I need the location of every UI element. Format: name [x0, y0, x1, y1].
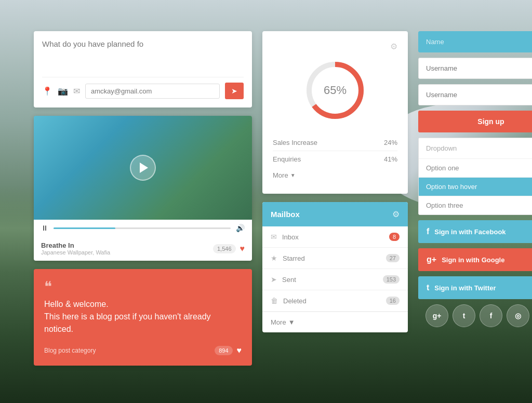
blog-meta: 894 ♥ [215, 346, 242, 355]
column-3: Sign up Dropdown ▾ Option one Option two… [418, 31, 532, 327]
mailbox-more-button[interactable]: More ▼ [262, 312, 408, 332]
twitter-icon: t [427, 283, 429, 292]
sent-icon: ➤ [271, 275, 277, 284]
dropdown-header[interactable]: Dropdown ▾ [419, 138, 532, 158]
name-input[interactable] [418, 31, 532, 52]
starred-badge: 27 [386, 254, 400, 262]
social-circle-twitter[interactable]: t [453, 304, 475, 327]
google-icon: g+ [427, 255, 436, 264]
blog-text: Hello & welcome. This here is a blog pos… [44, 298, 242, 335]
stat-label-enquiries: Enquiries [273, 155, 301, 163]
play-button[interactable] [130, 155, 156, 181]
stat-row-sales: Sales Increase 24% [273, 135, 397, 151]
stat-value-enquiries: 41% [384, 155, 397, 163]
mailbox-title: Mailbox [271, 210, 300, 219]
deleted-badge: 16 [386, 297, 400, 305]
mail-item-inbox-left: ✉ Inbox [271, 233, 299, 241]
mail-item-deleted-left: 🗑 Deleted [271, 297, 307, 305]
location-icon[interactable]: 📍 [42, 86, 52, 96]
facebook-icon: f [427, 227, 429, 236]
video-controls: ⏸ 🔊 [34, 220, 252, 236]
pause-icon[interactable]: ⏸ [41, 224, 48, 232]
stats-more-label: More [273, 171, 288, 179]
send-icon: ➤ [231, 87, 237, 95]
like-count: 1,546 [213, 244, 236, 253]
mailbox-gear-icon[interactable]: ⚙ [392, 209, 400, 219]
dropdown-option-three[interactable]: Option three [419, 196, 532, 214]
send-button[interactable]: ➤ [225, 83, 244, 99]
post-input[interactable] [42, 39, 244, 71]
mail-item-sent-left: ➤ Sent [271, 275, 296, 284]
signup-label: Sign up [477, 117, 504, 126]
stats-header: ⚙ [273, 42, 397, 51]
twitter-login-button[interactable]: t Sign in with Twitter [418, 276, 532, 299]
username-input[interactable] [418, 58, 532, 79]
sent-badge: 153 [383, 275, 400, 284]
dropdown-option-two[interactable]: Option two hover [419, 177, 532, 196]
blog-count: 894 [215, 346, 232, 355]
signup-button[interactable]: Sign up [418, 111, 532, 132]
track-artist: Japanese Wallpaper, Wafia [41, 249, 110, 256]
camera-icon[interactable]: 📷 [58, 86, 68, 96]
username2-input[interactable] [418, 84, 532, 105]
dropdown-placeholder: Dropdown [426, 144, 457, 152]
video-player [34, 116, 252, 220]
track-info: Breathe In Japanese Wallpaper, Wafia [41, 241, 110, 256]
starred-icon: ★ [271, 254, 277, 262]
username-input-wrap [418, 58, 532, 79]
blog-footer: Blog post category 894 ♥ [44, 346, 242, 355]
stat-label-sales: Sales Increase [273, 139, 317, 146]
mail-item-sent[interactable]: ➤ Sent 153 [262, 269, 408, 290]
deleted-label: Deleted [283, 297, 307, 305]
mailbox-more-arrow: ▼ [288, 318, 295, 326]
sent-label: Sent [282, 276, 296, 284]
stats-more-arrow: ▼ [290, 172, 296, 178]
starred-label: Starred [283, 254, 305, 262]
progress-fill [54, 227, 115, 229]
heart-icon[interactable]: ♥ [240, 244, 245, 253]
social-circle-dribbble[interactable]: ◎ [507, 304, 529, 327]
column-1: 📍 📷 ✉ ➤ ⏸ 🔊 B [34, 31, 252, 366]
email-icon[interactable]: ✉ [73, 86, 80, 96]
post-actions: 📍 📷 ✉ ➤ [42, 77, 244, 99]
google-label: Sign in with Google [442, 256, 504, 264]
video-card: ⏸ 🔊 Breathe In Japanese Wallpaper, Wafia… [34, 116, 252, 261]
track-title: Breathe In [41, 241, 110, 249]
inbox-badge: 8 [389, 233, 400, 241]
mail-item-inbox[interactable]: ✉ Inbox 8 [262, 226, 408, 248]
video-meta: 1,546 ♥ [213, 244, 245, 253]
donut-chart-wrap: 65% [273, 57, 397, 124]
column-2: ⚙ 65% Sales Increase 24% [262, 31, 408, 332]
inbox-label: Inbox [282, 233, 299, 241]
social-circle-facebook[interactable]: f [480, 304, 502, 327]
blog-heart-icon[interactable]: ♥ [237, 346, 242, 355]
facebook-login-button[interactable]: f Sign in with Facebook [418, 220, 532, 243]
mailbox-more-label: More [271, 318, 286, 326]
blog-card: ❝ Hello & welcome. This here is a blog p… [34, 269, 252, 366]
deleted-icon: 🗑 [271, 297, 278, 305]
post-card: 📍 📷 ✉ ➤ [34, 31, 252, 108]
mail-item-starred-left: ★ Starred [271, 254, 305, 262]
twitter-label: Sign in with Twitter [434, 284, 496, 292]
stats-gear-icon[interactable]: ⚙ [390, 42, 397, 51]
inbox-icon: ✉ [271, 233, 277, 241]
stats-card: ⚙ 65% Sales Increase 24% [262, 31, 408, 194]
donut-chart: 65% [301, 57, 369, 124]
social-icons-row: g+ t f ◎ ••• [418, 304, 532, 327]
mail-item-deleted[interactable]: 🗑 Deleted 16 [262, 290, 408, 312]
donut-percentage: 65% [324, 84, 347, 97]
mail-item-starred[interactable]: ★ Starred 27 [262, 248, 408, 269]
stats-more-button[interactable]: More ▼ [273, 167, 296, 183]
mailbox-header: Mailbox ⚙ [262, 202, 408, 226]
quote-mark: ❝ [44, 279, 242, 294]
progress-bar[interactable] [54, 227, 231, 229]
video-info: Breathe In Japanese Wallpaper, Wafia 1,5… [34, 236, 252, 261]
dropdown-option-one[interactable]: Option one [419, 158, 532, 177]
social-circle-gplus[interactable]: g+ [425, 304, 448, 327]
google-login-button[interactable]: g+ Sign in with Google [418, 248, 532, 271]
volume-icon[interactable]: 🔊 [236, 224, 245, 232]
email-input[interactable] [85, 84, 220, 99]
dropdown-wrap: Dropdown ▾ Option one Option two hover O… [418, 138, 532, 215]
blog-category: Blog post category [44, 347, 96, 354]
stat-row-enquiries: Enquiries 41% [273, 151, 397, 167]
